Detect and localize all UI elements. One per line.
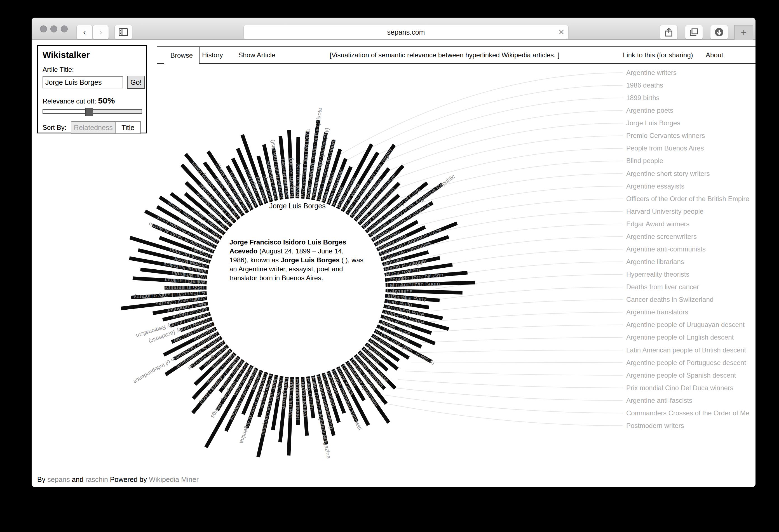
category-arc: [427, 224, 623, 246]
category-item[interactable]: Edgar Award winners: [626, 220, 690, 228]
footer-credits: By sepans and raschin Powered by Wikiped…: [37, 475, 199, 484]
category-item[interactable]: Blind people: [626, 157, 663, 165]
category-item[interactable]: People from Buenos Aires: [626, 144, 704, 152]
tab-browse[interactable]: Browse: [164, 47, 199, 64]
sidebar-toggle-button[interactable]: [114, 25, 132, 40]
category-item[interactable]: Argentine anti-fascists: [626, 397, 692, 404]
category-item[interactable]: Argentine essayists: [626, 182, 684, 190]
category-item[interactable]: Argentine anti-communists: [626, 245, 706, 253]
category-item[interactable]: Hyperreality theorists: [626, 270, 689, 278]
category-arc: [336, 73, 622, 157]
stop-loading-icon[interactable]: ✕: [558, 28, 564, 37]
bar-label: Edmund Husserl: [294, 379, 301, 420]
category-arc: [432, 249, 623, 267]
category-item[interactable]: Argentine librarians: [626, 258, 684, 266]
category-item[interactable]: Argentine short story writers: [626, 170, 710, 178]
tabs-icon: [690, 28, 698, 36]
back-icon: ‹: [83, 28, 86, 37]
category-arc: [422, 338, 622, 343]
show-tabs-button[interactable]: [685, 25, 703, 40]
category-item[interactable]: Cancer deaths in Switzerland: [626, 296, 714, 304]
category-arc: [398, 380, 622, 388]
plus-icon: +: [741, 27, 746, 39]
center-article-summary: Jorge Francisco Isidoro Luis Borges Acev…: [230, 238, 364, 282]
share-icon: [665, 28, 672, 37]
category-item[interactable]: Latin American people of British descent: [626, 346, 746, 354]
forward-icon: ›: [99, 28, 102, 37]
center-article-title: Jorge Luis Borges: [254, 202, 341, 210]
browser-window: ‹ › sepans.com ✕: [32, 18, 756, 487]
category-item[interactable]: Jorge Luis Borges: [626, 119, 680, 127]
url-bar[interactable]: sepans.com ✕: [243, 25, 568, 40]
category-item[interactable]: Argentine translators: [626, 308, 688, 316]
bar-label: Realism (arts): [294, 162, 301, 197]
category-arc: [433, 262, 622, 278]
category-item[interactable]: Argentine screenwriters: [626, 233, 697, 241]
category-arc: [391, 387, 622, 401]
sepans-link[interactable]: sepans: [47, 475, 70, 483]
category-item[interactable]: 1899 births: [626, 94, 660, 102]
zoom-window-button[interactable]: [61, 25, 68, 32]
category-arc: [429, 312, 622, 322]
bar-label: Labyrinths: [387, 287, 413, 294]
category-item[interactable]: Argentine writers: [626, 69, 676, 77]
new-tab-button[interactable]: +: [734, 25, 753, 40]
browser-toolbar: ‹ › sepans.com ✕: [32, 18, 756, 40]
category-item[interactable]: Argentine people of Uruguayan descent: [626, 321, 744, 329]
raschin-link[interactable]: raschin: [85, 475, 108, 483]
url-text: sepans.com: [387, 28, 425, 37]
category-item[interactable]: Argentine people of Portuguese descent: [626, 359, 746, 367]
back-button[interactable]: ‹: [76, 25, 93, 40]
sidebar-icon: [119, 28, 128, 36]
category-arc: [405, 371, 622, 375]
category-item[interactable]: Prix mondial Cino Del Duca winners: [626, 384, 733, 392]
category-item[interactable]: Premio Cervantes winners: [626, 132, 705, 140]
forward-button[interactable]: ›: [93, 25, 109, 40]
category-arc: [417, 350, 622, 353]
category-item[interactable]: Officers of the Order of the British Emp…: [626, 195, 750, 203]
close-window-button[interactable]: [40, 25, 47, 32]
window-controls: [40, 25, 68, 32]
bar-label: 1955 in literature: [164, 285, 205, 291]
category-item[interactable]: 1986 deaths: [626, 81, 663, 89]
category-item[interactable]: Harvard University people: [626, 208, 704, 215]
category-arc: [426, 325, 622, 332]
category-arc: [382, 395, 622, 413]
category-arc: [431, 300, 622, 311]
downloads-icon: [714, 27, 724, 37]
category-item[interactable]: Argentine poets: [626, 107, 673, 114]
category-item[interactable]: Argentine people of Spanish descent: [626, 372, 736, 379]
category-item[interactable]: Argentine people of English descent: [626, 333, 734, 341]
downloads-button[interactable]: [710, 25, 728, 40]
page-content: Wikistalker Artile Title: Go! Relevance …: [32, 40, 756, 487]
share-button[interactable]: [660, 25, 678, 40]
category-arc: [373, 401, 622, 426]
category-item[interactable]: Commanders Crosses of the Order of Me: [626, 409, 750, 417]
category-item[interactable]: Postmodern writers: [626, 422, 684, 429]
wikipedia-miner-link[interactable]: Wikipedia Miner: [149, 475, 199, 483]
category-arc: [411, 362, 622, 362]
category-arc: [413, 186, 622, 216]
screen: ‹ › sepans.com ✕: [0, 0, 779, 532]
category-arc: [356, 98, 622, 165]
category-item[interactable]: Deaths from liver cancer: [626, 283, 699, 291]
minimize-window-button[interactable]: [50, 25, 57, 32]
